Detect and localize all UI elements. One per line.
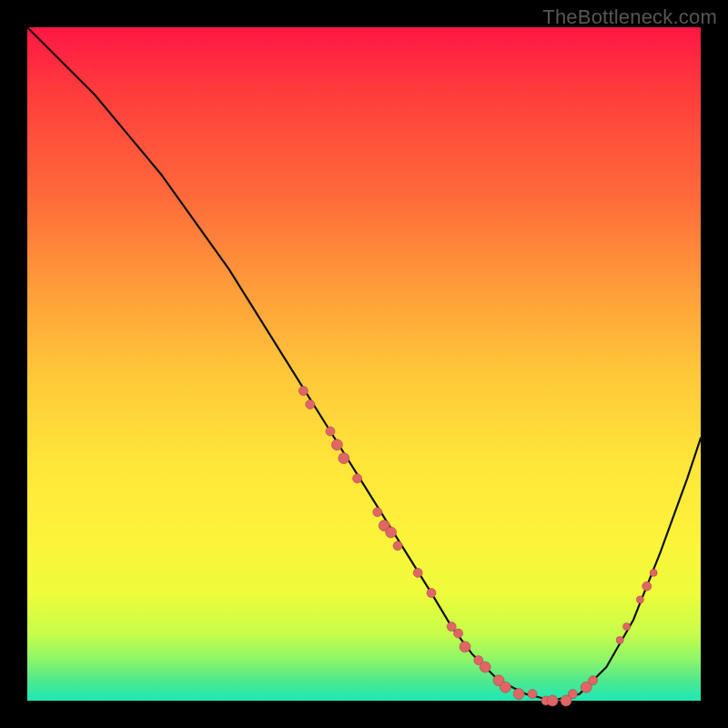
data-marker (460, 642, 470, 652)
marker-group (298, 387, 657, 706)
data-marker (447, 622, 456, 632)
data-marker (636, 596, 643, 603)
data-marker (623, 623, 631, 631)
data-marker (413, 568, 422, 577)
data-marker (393, 541, 402, 551)
data-marker (528, 690, 537, 699)
chart-stage: TheBottleneck.com (0, 0, 728, 728)
data-marker (306, 399, 315, 409)
data-marker (339, 453, 349, 464)
plot-area (27, 27, 701, 701)
data-marker (642, 581, 652, 591)
data-marker (513, 689, 524, 700)
data-marker (331, 440, 342, 450)
data-marker (568, 690, 577, 699)
data-marker (500, 682, 511, 693)
data-marker (427, 589, 436, 598)
data-marker (480, 662, 490, 672)
bottleneck-curve (27, 27, 701, 701)
data-marker (353, 474, 362, 483)
data-marker (616, 636, 623, 643)
chart-svg (27, 27, 701, 701)
data-marker (326, 427, 335, 436)
watermark-text: TheBottleneck.com (542, 5, 717, 29)
data-marker (547, 695, 558, 706)
data-marker (298, 387, 308, 396)
data-marker (454, 629, 463, 638)
data-marker (386, 527, 397, 538)
data-marker (373, 508, 382, 517)
data-marker (589, 676, 598, 685)
data-marker (650, 569, 657, 576)
